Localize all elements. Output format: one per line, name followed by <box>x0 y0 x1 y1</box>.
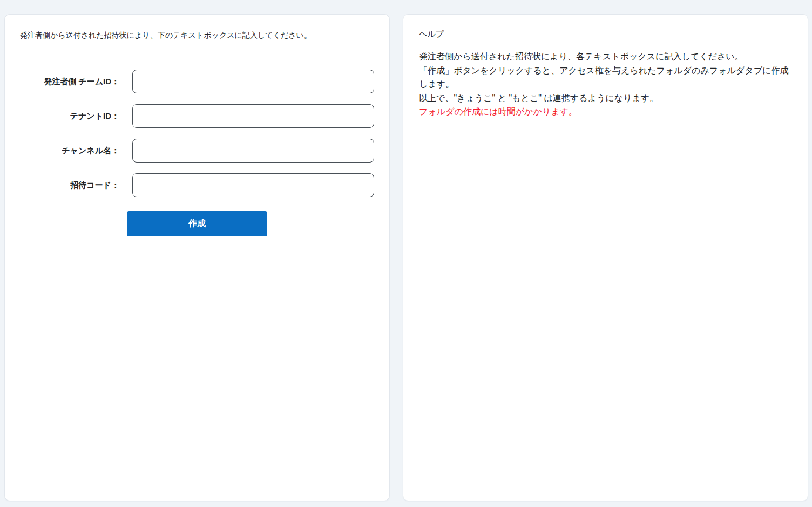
channel-name-input[interactable] <box>132 139 374 163</box>
tenant-id-label: テナントID： <box>20 111 119 121</box>
help-body: 発注者側から送付された招待状により、各テキストボックスに記入してください。 「作… <box>419 50 793 119</box>
help-line: 「作成」ボタンをクリックすると、アクセス権を与えられたフォルダのみフォルダタブに… <box>419 64 793 91</box>
create-button[interactable]: 作成 <box>127 211 267 236</box>
channel-name-label: チャンネル名： <box>20 146 119 156</box>
help-line: 以上で、"きょうこ" と "もとこ" は連携するようになります。 <box>419 91 793 105</box>
help-title: ヘルプ <box>419 28 792 40</box>
form-row-tenant-id: テナントID： <box>20 104 374 128</box>
invite-code-label: 招待コード： <box>20 180 119 191</box>
orderer-team-id-input[interactable] <box>132 70 374 93</box>
form-row-orderer-team-id: 発注者側 チームID： <box>20 70 374 93</box>
invite-code-input[interactable] <box>132 173 374 197</box>
tenant-id-input[interactable] <box>132 104 374 128</box>
orderer-team-id-label: 発注者側 チームID： <box>20 77 119 87</box>
form-instruction-text: 発注者側から送付された招待状により、下のテキストボックスに記入してください。 <box>20 30 374 41</box>
invitation-form: 発注者側 チームID： テナントID： チャンネル名： 招待コード： 作成 <box>20 70 374 236</box>
form-row-channel-name: チャンネル名： <box>20 139 374 163</box>
form-row-invite-code: 招待コード： <box>20 173 374 197</box>
help-panel: ヘルプ 発注者側から送付された招待状により、各テキストボックスに記入してください… <box>403 14 808 501</box>
help-line: 発注者側から送付された招待状により、各テキストボックスに記入してください。 <box>419 50 793 64</box>
help-line-warning: フォルダの作成には時間がかかります。 <box>419 105 793 119</box>
invitation-form-panel: 発注者側から送付された招待状により、下のテキストボックスに記入してください。 発… <box>4 14 390 501</box>
